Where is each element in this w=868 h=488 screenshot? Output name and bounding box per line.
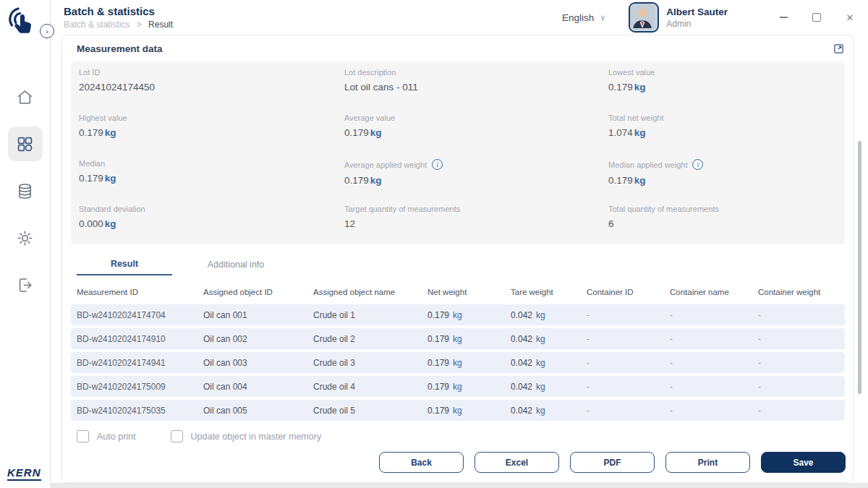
tab-result[interactable]: Result (77, 254, 172, 275)
expand-icon (833, 43, 844, 54)
chevron-down-icon: ∨ (600, 13, 605, 22)
auto-print-checkbox[interactable]: Auto print (77, 430, 136, 442)
language-selector[interactable]: English ∨ (562, 12, 605, 23)
cell-container-name: - (670, 406, 758, 416)
window-bottom-edge (51, 483, 868, 488)
stat-label: Lowest value (608, 68, 655, 77)
stat-value: 0.179 (608, 175, 633, 186)
stat-unit: kg (105, 127, 116, 138)
cell-object-id: Oil can 005 (203, 406, 313, 416)
column-header: Net weight (427, 288, 511, 296)
cell-object-name: Crude oil 3 (313, 358, 427, 368)
column-header: Assigned object name (313, 288, 427, 296)
tab-additional-info[interactable]: Additional info (172, 254, 299, 275)
stat-average-value: Average value 0.179kg (344, 114, 608, 159)
stat-value: 20241024174450 (79, 82, 155, 93)
breadcrumb-parent[interactable]: Batch & statistics (64, 20, 129, 30)
sidebar-collapse-button[interactable]: › (40, 24, 54, 38)
options-row: Auto print Update object in master memor… (77, 430, 853, 442)
cell-tare-weight: 0.042kg (511, 310, 587, 320)
maximize-icon (812, 13, 821, 22)
sidebar: KERN (0, 0, 51, 488)
table-row[interactable]: BD-w24102024175035 Oil can 005 Crude oil… (71, 400, 845, 421)
cell-net-weight: 0.179kg (427, 334, 511, 344)
checkbox-icon[interactable] (171, 430, 183, 442)
sidebar-nav (0, 80, 50, 302)
expand-button[interactable] (833, 43, 844, 54)
excel-button[interactable]: Excel (475, 452, 559, 473)
cell-measurement-id: BD-w24102024174704 (77, 310, 203, 320)
sidebar-item-data[interactable] (8, 174, 43, 208)
page-title: Batch & statistics (64, 5, 173, 19)
avatar[interactable] (629, 2, 659, 33)
stat-unit: kg (370, 175, 382, 186)
maximize-button[interactable] (812, 12, 822, 22)
stat-label: Highest value (79, 114, 127, 122)
breadcrumb-current: Result (148, 20, 173, 30)
column-header: Container ID (587, 288, 670, 296)
stat-unit: kg (634, 127, 646, 138)
title-block: Batch & statistics Batch & statistics > … (64, 5, 173, 30)
cell-measurement-id: BD-w24102024175035 (77, 406, 203, 416)
stat-value: 6 (608, 218, 614, 229)
stat-value: 0.179 (344, 127, 369, 138)
sidebar-item-batches[interactable] (8, 127, 43, 161)
save-button[interactable]: Save (761, 452, 846, 473)
stat-unit: kg (105, 218, 116, 229)
info-icon[interactable]: i (432, 159, 443, 170)
close-icon: ✕ (846, 13, 854, 22)
apps-grid-icon (16, 135, 34, 153)
back-button[interactable]: Back (379, 452, 464, 473)
checkbox-label: Auto print (97, 432, 136, 442)
measurement-data-card: Measurement data Lot ID 20241024174450 L… (61, 35, 854, 483)
close-button[interactable]: ✕ (845, 12, 855, 22)
checkbox-icon[interactable] (77, 430, 89, 442)
stat-label: Median applied weight (608, 160, 687, 169)
table-row[interactable]: BD-w24102024175009 Oil can 004 Crude oil… (71, 376, 845, 397)
breadcrumb: Batch & statistics > Result (64, 20, 173, 30)
table-header: Measurement ID Assigned object ID Assign… (71, 280, 845, 304)
update-object-checkbox[interactable]: Update object in master memory (171, 430, 322, 442)
stat-lot-id: Lot ID 20241024174450 (79, 68, 344, 114)
cell-measurement-id: BD-w24102024175009 (77, 382, 203, 392)
stat-label: Lot description (344, 68, 396, 77)
stat-label: Median (79, 159, 105, 168)
vertical-scrollbar[interactable] (858, 141, 861, 394)
column-header: Assigned object ID (203, 288, 313, 296)
sidebar-item-home[interactable] (8, 80, 43, 114)
cell-net-weight: 0.179kg (427, 358, 511, 368)
user-name: Albert Sauter (666, 6, 728, 19)
stat-median-applied-weight: Median applied weight i 0.179kg (608, 159, 845, 205)
cell-object-id: Oil can 002 (203, 334, 313, 344)
cell-container-weight: - (758, 358, 845, 368)
stat-median: Median 0.179kg (79, 159, 344, 205)
sidebar-item-logout[interactable] (8, 267, 43, 302)
cell-object-name: Crude oil 4 (313, 382, 427, 392)
card-header: Measurement data (62, 35, 853, 54)
cell-object-name: Crude oil 5 (313, 406, 427, 416)
sidebar-item-settings[interactable] (8, 221, 43, 255)
cell-tare-weight: 0.042kg (511, 406, 587, 416)
cell-container-weight: - (758, 334, 845, 344)
breadcrumb-separator-icon: > (137, 20, 142, 30)
stat-value: 12 (344, 218, 355, 229)
stat-total-quantity: Total quantity of measurements 6 (608, 205, 845, 250)
stat-label: Total quantity of measurements (608, 205, 719, 213)
table-row[interactable]: BD-w24102024174704 Oil can 001 Crude oil… (71, 304, 845, 325)
info-icon[interactable]: i (692, 159, 703, 170)
window-controls: ✕ (778, 12, 868, 22)
home-icon (16, 88, 34, 106)
table-row[interactable]: BD-w24102024174941 Oil can 003 Crude oil… (71, 352, 845, 373)
stat-label: Total net weight (608, 114, 663, 122)
user-role: Admin (666, 19, 728, 29)
minimize-button[interactable] (778, 12, 788, 22)
table-row[interactable]: BD-w24102024174910 Oil can 002 Crude oil… (71, 328, 845, 349)
stat-unit: kg (105, 173, 116, 184)
tab-bar: Result Additional info (77, 254, 853, 275)
result-table: Measurement ID Assigned object ID Assign… (71, 280, 845, 421)
pdf-button[interactable]: PDF (570, 452, 655, 473)
cell-container-id: - (587, 406, 670, 416)
stat-value: 0.000 (79, 218, 103, 229)
cell-object-id: Oil can 001 (203, 310, 313, 320)
print-button[interactable]: Print (665, 452, 750, 473)
